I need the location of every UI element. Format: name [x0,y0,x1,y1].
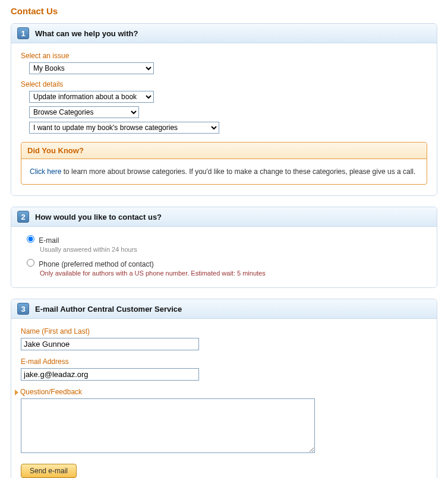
required-icon [15,390,18,395]
select-issue[interactable]: My Books [29,62,154,74]
click-here-link[interactable]: Click here [30,167,61,176]
did-you-know-box: Did You Know? Click here to learn more a… [21,142,427,185]
did-you-know-header: Did You Know? [21,143,427,159]
step-number-1: 1 [17,27,29,39]
select-detail-2[interactable]: Browse Categories [29,106,139,118]
select-details-label: Select details [21,80,427,88]
step-number-2: 2 [17,211,29,223]
radio-email-label[interactable]: E-mail [39,236,59,245]
section-email-form: 3 E-mail Author Central Customer Service… [11,299,437,478]
section-header-1: 1 What can we help you with? [11,24,437,43]
section-body-2: E-mail Usually answered within 24 hours … [11,227,437,287]
section-body-1: Select an issue My Books Select details … [11,43,437,195]
question-label: Question/Feedback [20,388,82,396]
did-you-know-body: Click here to learn more about browse ca… [21,159,427,184]
section-header-3: 3 E-mail Author Central Customer Service [11,299,437,319]
name-input[interactable] [21,338,199,350]
send-email-button[interactable]: Send e-mail [21,464,77,478]
section-contact-method: 2 How would you like to contact us? E-ma… [11,207,437,288]
question-textarea[interactable] [21,398,315,453]
select-detail-3[interactable]: I want to update my book's browse catego… [29,122,219,134]
section-title-1: What can we help you with? [35,29,138,38]
did-you-know-text: to learn more about browse categories. I… [61,167,415,176]
section-header-2: 2 How would you like to contact us? [11,207,437,227]
radio-email[interactable] [27,235,34,243]
page-title: Contact Us [11,6,437,16]
section-title-2: How would you like to contact us? [35,213,162,221]
select-issue-label: Select an issue [21,52,427,60]
radio-phone[interactable] [27,259,34,267]
radio-email-sub: Usually answered within 24 hours [40,246,427,253]
section-title-3: E-mail Author Central Customer Service [35,305,182,314]
section-body-3: Name (First and Last) E-mail Address Que… [11,319,437,478]
step-number-3: 3 [17,303,29,315]
select-detail-1[interactable]: Update information about a book [29,91,154,103]
name-label: Name (First and Last) [21,327,427,335]
radio-phone-sub: Only available for authors with a US pho… [40,270,427,277]
email-address-label: E-mail Address [21,357,427,366]
radio-phone-label[interactable]: Phone (preferred method of contact) [39,260,153,268]
section-help: 1 What can we help you with? Select an i… [11,23,437,196]
email-input[interactable] [21,368,199,381]
